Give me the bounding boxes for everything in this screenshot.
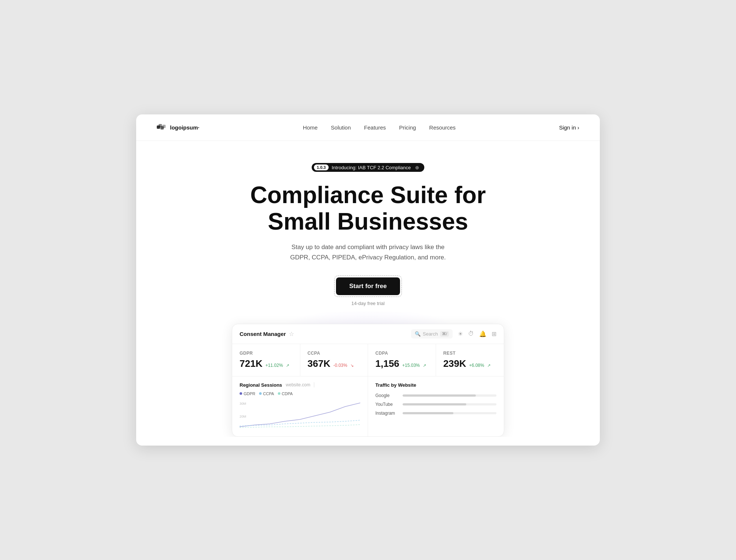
dashboard-controls: 🔍 Search ⌘/ ☀ ⏱ 🔔 ⊞ — [411, 329, 496, 339]
stat-ccpa-label: CCPA — [308, 351, 361, 356]
traffic-row-instagram: Instagram — [375, 411, 496, 416]
stat-rest-change: +6.08% — [469, 363, 484, 368]
cta-button[interactable]: Start for free — [336, 277, 400, 295]
traffic-bar-bg-google — [403, 394, 496, 397]
hero-subtitle: Stay up to date and compliant with priva… — [287, 242, 449, 262]
trial-text: 14-day free trial — [351, 301, 385, 306]
hero-title: Compliance Suite for Small Businesses — [250, 182, 486, 235]
chart-legend: GDPR CCPA CDPA — [240, 391, 293, 396]
legend-cdpa-dot — [278, 392, 280, 395]
browser-window: logoipsum· Home Solution Features Pricin… — [136, 114, 600, 446]
badge-text: Introducing: IAB TCF 2.2 Compliance — [332, 165, 411, 170]
nav-resources[interactable]: Resources — [429, 124, 456, 131]
dashboard-card: Consent Manager ☆ 🔍 Search ⌘/ ☀ ⏱ 🔔 ⊞ — [232, 324, 504, 437]
dashboard-title-area: Consent Manager ☆ — [240, 330, 294, 337]
stat-gdpr-arrow: ↗ — [286, 363, 289, 368]
regional-sessions-panel: Regional Sessions website.com GDPR CCPA — [232, 376, 368, 436]
stat-rest-value: 239K — [443, 358, 466, 369]
stat-ccpa-arrow: ↘ — [350, 363, 354, 368]
legend-gdpr-dot — [240, 392, 242, 395]
traffic-bar-google — [403, 394, 476, 397]
badge-version: 1.0.3 — [314, 164, 329, 170]
logo: logoipsum· — [157, 124, 199, 131]
svg-text:20M: 20M — [240, 415, 246, 418]
stat-ccpa-change: -0.03% — [333, 363, 347, 368]
stat-ccpa-value: 367K — [308, 358, 330, 369]
stat-gdpr-label: GDPR — [240, 351, 293, 356]
traffic-title: Traffic by Website — [375, 382, 416, 388]
traffic-site-youtube: YouTube — [375, 402, 399, 407]
layout-icon[interactable]: ⊞ — [492, 330, 496, 337]
stat-cdpa-arrow: ↗ — [423, 363, 426, 368]
legend-ccpa: CCPA — [259, 391, 274, 396]
traffic-panel: Traffic by Website Google YouTube — [368, 376, 504, 436]
nav-features[interactable]: Features — [364, 124, 386, 131]
legend-ccpa-dot — [259, 392, 262, 395]
nav-pricing[interactable]: Pricing — [399, 124, 416, 131]
regional-sessions-chart: 30M 20M — [240, 401, 360, 430]
legend-gdpr: GDPR — [240, 391, 255, 396]
dashboard-title: Consent Manager — [240, 331, 286, 337]
traffic-bar-youtube — [403, 403, 466, 405]
stat-rest-arrow: ↗ — [487, 363, 491, 368]
panel-divider — [314, 382, 314, 387]
nav-links: Home Solution Features Pricing Resources — [303, 124, 456, 131]
bell-icon[interactable]: 🔔 — [479, 330, 486, 337]
traffic-row-google: Google — [375, 393, 496, 398]
stat-cdpa: CDPA 1,156 +15.03% ↗ — [368, 344, 436, 376]
stat-rest: Rest 239K +6.08% ↗ — [436, 344, 504, 376]
signin-link[interactable]: Sign in › — [559, 124, 579, 131]
search-kbd: ⌘/ — [440, 331, 449, 337]
legend-cdpa: CDPA — [278, 391, 293, 396]
stat-rest-label: Rest — [443, 351, 497, 356]
theme-icon[interactable]: ☀ — [458, 330, 463, 337]
dashboard-header: Consent Manager ☆ 🔍 Search ⌘/ ☀ ⏱ 🔔 ⊞ — [232, 324, 504, 344]
history-icon[interactable]: ⏱ — [468, 330, 474, 337]
star-icon[interactable]: ☆ — [289, 330, 294, 337]
stat-cdpa-value: 1,156 — [375, 358, 399, 369]
search-icon: 🔍 — [415, 331, 421, 337]
logo-text: logoipsum· — [170, 124, 199, 131]
search-bar[interactable]: 🔍 Search ⌘/ — [411, 329, 453, 339]
chevron-right-icon: › — [577, 124, 579, 131]
nav-solution[interactable]: Solution — [331, 124, 351, 131]
hero-section: 1.0.3 Introducing: IAB TCF 2.2 Complianc… — [136, 141, 600, 437]
cta-area: Start for free 14-day free trial — [334, 276, 402, 306]
logo-icon — [157, 124, 167, 131]
regional-sessions-site: website.com — [286, 382, 311, 387]
stat-gdpr-value: 721K — [240, 358, 262, 369]
announcement-badge[interactable]: 1.0.3 Introducing: IAB TCF 2.2 Complianc… — [312, 163, 425, 172]
regional-sessions-title: Regional Sessions — [240, 382, 282, 388]
nav: logoipsum· Home Solution Features Pricin… — [136, 114, 600, 141]
traffic-bar-instagram — [403, 412, 453, 414]
stat-gdpr-change: +11.02% — [265, 363, 283, 368]
stat-cdpa-label: CDPA — [375, 351, 428, 356]
stat-ccpa: CCPA 367K -0.03% ↘ — [300, 344, 368, 376]
badge-arrow-icon: ⊕ — [415, 165, 419, 170]
stats-grid: GDPR 721K +11.02% ↗ CCPA 367K -0.03% ↘ — [232, 344, 504, 376]
stat-cdpa-change: +15.03% — [402, 363, 420, 368]
traffic-bar-bg-instagram — [403, 412, 496, 414]
traffic-bar-bg-youtube — [403, 403, 496, 405]
traffic-list: Google YouTube Instagram — [375, 393, 496, 416]
dashboard-bottom: Regional Sessions website.com GDPR CCPA — [232, 376, 504, 436]
svg-rect-3 — [162, 125, 166, 128]
cta-button-wrapper: Start for free — [334, 276, 402, 297]
nav-home[interactable]: Home — [303, 124, 318, 131]
search-placeholder: Search — [423, 331, 438, 337]
traffic-site-google: Google — [375, 393, 399, 398]
traffic-row-youtube: YouTube — [375, 402, 496, 407]
traffic-site-instagram: Instagram — [375, 411, 399, 416]
stat-gdpr: GDPR 721K +11.02% ↗ — [232, 344, 300, 376]
svg-text:30M: 30M — [240, 402, 246, 405]
